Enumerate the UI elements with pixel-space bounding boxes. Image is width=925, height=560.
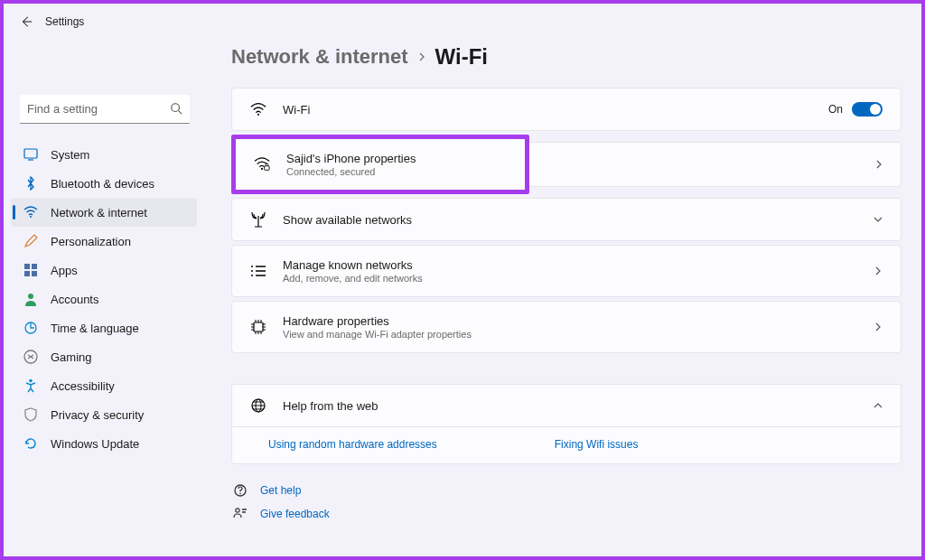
search-icon (170, 102, 182, 115)
help-panel: Help from the web Using random hardware … (231, 384, 902, 464)
panel-title: Manage known networks (283, 258, 857, 272)
svg-point-12 (261, 168, 263, 170)
svg-point-0 (172, 104, 180, 112)
sidebar-item-bluetooth[interactable]: Bluetooth & devices (11, 169, 197, 198)
chevron-up-icon (874, 401, 883, 410)
connected-network-panel[interactable]: Sajid's iPhone properties Connected, sec… (236, 139, 525, 190)
help-link-fixing-wifi[interactable]: Fixing Wifi issues (555, 438, 639, 451)
sidebar-item-privacy[interactable]: Privacy & security (11, 400, 197, 429)
wifi-icon (23, 205, 38, 219)
chevron-down-icon (874, 215, 883, 224)
sidebar-item-label: Gaming (51, 350, 92, 364)
svg-point-7 (28, 294, 33, 299)
list-icon (250, 263, 266, 279)
chevron-right-icon (417, 52, 426, 61)
svg-rect-1 (24, 149, 37, 158)
panel-title: Hardware properties (283, 314, 857, 328)
sidebar-item-label: Network & internet (51, 206, 147, 219)
get-help-link[interactable]: Get help (231, 479, 902, 502)
panel-title: Wi-Fi (283, 103, 812, 117)
globe-icon (250, 397, 266, 414)
brush-icon (23, 234, 38, 248)
sidebar-item-label: Time & language (51, 322, 139, 335)
svg-point-2 (30, 216, 32, 218)
sidebar-item-label: Windows Update (51, 437, 139, 451)
sidebar-item-personalization[interactable]: Personalization (11, 227, 197, 256)
chevron-right-icon (874, 266, 883, 275)
breadcrumb-parent[interactable]: Network & internet (231, 45, 408, 69)
sidebar-item-label: Privacy & security (51, 408, 144, 422)
sidebar-item-label: Bluetooth & devices (51, 177, 154, 191)
svg-rect-5 (24, 271, 30, 276)
wifi-icon (250, 101, 266, 117)
sidebar-item-gaming[interactable]: Gaming (11, 342, 197, 371)
breadcrumb: Network & internet Wi-Fi (231, 44, 902, 70)
back-arrow-icon[interactable] (20, 15, 33, 28)
help-icon (233, 483, 248, 498)
system-icon (23, 147, 38, 162)
help-header[interactable]: Help from the web (231, 384, 902, 426)
panel-subtitle: Connected, secured (286, 166, 507, 177)
gaming-icon (23, 350, 38, 364)
toggle-state: On (828, 103, 843, 116)
known-networks-panel[interactable]: Manage known networks Add, remove, and e… (231, 245, 902, 297)
feedback-icon (233, 507, 248, 521)
sidebar-item-apps[interactable]: Apps (11, 256, 197, 285)
panel-title: Show available networks (283, 213, 857, 227)
svg-rect-14 (254, 322, 263, 331)
sidebar-item-network[interactable]: Network & internet (11, 198, 197, 227)
wifi-toggle-panel[interactable]: Wi-Fi On (231, 88, 902, 131)
hardware-properties-panel[interactable]: Hardware properties View and manage Wi-F… (231, 301, 902, 353)
give-feedback-link[interactable]: Give feedback (231, 502, 902, 526)
sidebar-item-accessibility[interactable]: Accessibility (11, 371, 197, 400)
panel-subtitle: Add, remove, and edit networks (283, 273, 857, 284)
give-feedback-label: Give feedback (260, 508, 330, 520)
antenna-icon (250, 211, 266, 228)
person-icon (23, 292, 38, 306)
sidebar: System Bluetooth & devices Network & int… (4, 35, 204, 552)
highlight-annotation: Sajid's iPhone properties Connected, sec… (231, 135, 529, 194)
wifi-toggle-switch[interactable] (852, 102, 883, 117)
sidebar-item-accounts[interactable]: Accounts (11, 285, 197, 313)
wifi-secure-icon (254, 156, 270, 173)
sidebar-item-label: Accounts (51, 293, 98, 306)
accessibility-icon (23, 378, 38, 393)
sidebar-item-time[interactable]: Time & language (11, 313, 197, 342)
help-link-hardware-addresses[interactable]: Using random hardware addresses (268, 438, 437, 451)
bluetooth-icon (23, 176, 38, 191)
shield-icon (23, 407, 38, 422)
sidebar-item-label: Personalization (51, 235, 131, 248)
breadcrumb-current: Wi-Fi (435, 44, 488, 70)
sidebar-item-label: Apps (51, 264, 78, 277)
main-content: Network & internet Wi-Fi Wi-Fi On Sajid'… (204, 35, 921, 552)
globe-time-icon (23, 321, 38, 335)
sidebar-item-system[interactable]: System (11, 140, 197, 169)
svg-rect-13 (265, 166, 269, 171)
svg-point-19 (236, 509, 239, 512)
svg-point-10 (29, 379, 33, 383)
update-icon (23, 436, 38, 451)
get-help-label: Get help (260, 484, 301, 497)
svg-rect-4 (32, 264, 37, 269)
panel-subtitle: View and manage Wi-Fi adapter properties (283, 329, 857, 340)
svg-rect-6 (32, 271, 37, 276)
sidebar-item-update[interactable]: Windows Update (11, 429, 197, 458)
sidebar-item-label: Accessibility (51, 379, 115, 393)
svg-point-18 (239, 493, 241, 495)
apps-icon (23, 263, 38, 277)
panel-title: Help from the web (283, 399, 857, 413)
chevron-right-icon (874, 156, 883, 173)
panel-title: Sajid's iPhone properties (286, 152, 507, 165)
chevron-right-icon (874, 322, 883, 331)
app-title: Settings (45, 15, 84, 28)
svg-point-11 (257, 114, 259, 116)
svg-rect-3 (24, 264, 30, 269)
search-input[interactable] (20, 95, 190, 124)
available-networks-panel[interactable]: Show available networks (231, 198, 902, 241)
chip-icon (250, 319, 266, 335)
sidebar-item-label: System (51, 148, 89, 162)
